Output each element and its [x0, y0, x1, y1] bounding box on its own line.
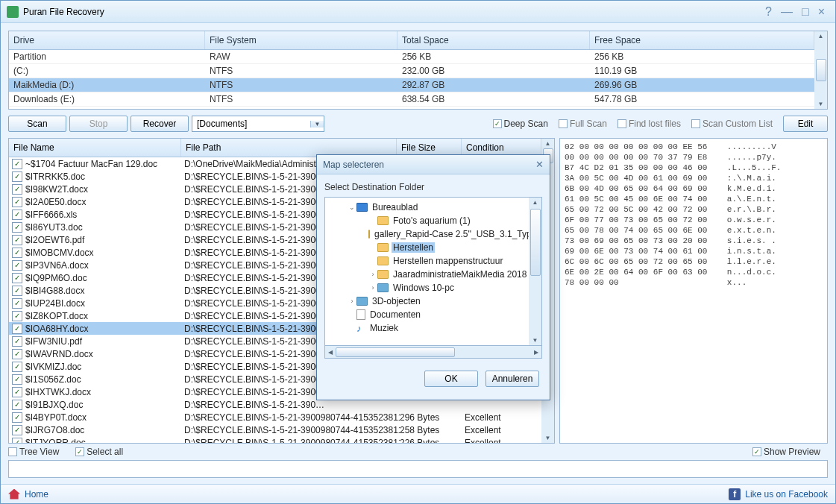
- dialog-close-icon[interactable]: ✕: [535, 159, 544, 170]
- tree-node[interactable]: ›Windows 10-pc: [325, 281, 529, 294]
- app-title: Puran File Recovery: [23, 7, 104, 17]
- tree-node[interactable]: ⌄Bureaublad: [325, 201, 529, 214]
- dialog-title: Map selecteren: [323, 160, 384, 170]
- help-icon[interactable]: ?: [761, 5, 776, 19]
- find-lost-checkbox[interactable]: Find lost files: [617, 119, 681, 129]
- tree-view-checkbox[interactable]: Tree View: [8, 447, 59, 457]
- file-checkbox[interactable]: ✓: [12, 171, 22, 182]
- col-filesystem[interactable]: File System: [205, 31, 397, 49]
- full-scan-checkbox[interactable]: Full Scan: [559, 119, 607, 129]
- scan-button[interactable]: Scan: [8, 116, 66, 132]
- folder-select-dialog: Map selecteren ✕ Select Destination Fold…: [316, 154, 550, 400]
- computer-icon: [377, 283, 389, 292]
- drive-scrollbar[interactable]: ▲▼: [814, 31, 827, 109]
- tree-label: gallery_Rapid-Case 2.5''_USB_3.1_Type: [373, 229, 529, 239]
- minimize-icon[interactable]: —: [776, 5, 797, 19]
- facebook-icon: f: [729, 488, 741, 500]
- tree-node[interactable]: Documenten: [325, 308, 529, 321]
- filter-value: [Documents]: [192, 119, 310, 129]
- file-checkbox[interactable]: ✓: [12, 235, 22, 245]
- file-checkbox[interactable]: ✓: [12, 260, 22, 271]
- stop-button[interactable]: Stop: [69, 116, 128, 132]
- drive-list: Drive File System Total Space Free Space…: [8, 31, 828, 110]
- file-checkbox[interactable]: ✓: [12, 159, 22, 169]
- file-checkbox[interactable]: ✓: [12, 362, 22, 372]
- col-file-name[interactable]: File Name: [9, 139, 181, 157]
- file-checkbox[interactable]: ✓: [12, 374, 22, 385]
- cancel-button[interactable]: Annuleren: [485, 371, 539, 387]
- app-icon: [7, 6, 19, 18]
- file-checkbox[interactable]: ✓: [12, 197, 22, 207]
- file-row[interactable]: ✓$IJRG7O8.docD:\$RECYCLE.BIN\S-1-5-21-39…: [9, 423, 541, 436]
- maximize-icon[interactable]: □: [797, 5, 814, 19]
- status-bar: [8, 460, 828, 478]
- file-checkbox[interactable]: ✓: [12, 273, 22, 283]
- file-checkbox[interactable]: ✓: [12, 184, 22, 195]
- close-icon[interactable]: ×: [814, 5, 829, 19]
- expand-icon[interactable]: ›: [348, 297, 356, 305]
- col-total-space[interactable]: Total Space: [397, 31, 590, 49]
- file-checkbox[interactable]: ✓: [12, 336, 22, 347]
- drive-row[interactable]: PartitionRAW256 KB256 KB: [9, 50, 814, 64]
- file-checkbox[interactable]: ✓: [12, 349, 22, 359]
- tree-node[interactable]: ›JaaradministratieMaikMedia 2018: [325, 268, 529, 281]
- tree-node[interactable]: Herstellen: [325, 241, 529, 254]
- facebook-link[interactable]: Like us on Facebook: [745, 489, 828, 500]
- file-row[interactable]: ✓$ITJYORR.docD:\$RECYCLE.BIN\S-1-5-21-39…: [9, 436, 541, 443]
- file-checkbox[interactable]: ✓: [12, 248, 22, 258]
- tree-node[interactable]: Foto's aquarium (1): [325, 214, 529, 227]
- folder-icon: [377, 270, 389, 279]
- file-checkbox[interactable]: ✓: [12, 412, 22, 423]
- filter-dropdown[interactable]: [Documents] ▼: [192, 116, 324, 132]
- tree-node[interactable]: Herstellen mappenstructuur: [325, 254, 529, 268]
- file-checkbox[interactable]: ✓: [12, 324, 22, 334]
- tree-label: Herstellen: [392, 242, 435, 253]
- tree-node[interactable]: ♪Muziek: [325, 321, 529, 335]
- tree-node[interactable]: ›3D-objecten: [325, 294, 529, 308]
- home-link[interactable]: Home: [25, 489, 48, 500]
- folder-tree: ⌄BureaubladFoto's aquarium (1)gallery_Ra…: [324, 197, 542, 346]
- expand-icon[interactable]: ›: [368, 284, 377, 292]
- file-checkbox[interactable]: ✓: [12, 298, 22, 309]
- drive-row[interactable]: Foto´s en Video´s (H:)NTFS931.48 GB590.4…: [9, 107, 814, 109]
- chevron-down-icon: ▼: [310, 121, 324, 127]
- drive-header: Drive File System Total Space Free Space: [9, 31, 814, 50]
- custom-list-checkbox[interactable]: Scan Custom List: [691, 119, 773, 129]
- file-checkbox[interactable]: ✓: [12, 387, 22, 397]
- drive-row[interactable]: MaikMedia (D:)NTFS292.87 GB269.96 GB: [9, 78, 814, 92]
- folder-icon: [377, 256, 389, 265]
- home-icon: [8, 489, 20, 500]
- drive-row[interactable]: (C:)NTFS232.00 GB110.19 GB: [9, 64, 814, 78]
- ok-button[interactable]: OK: [424, 371, 478, 387]
- file-checkbox[interactable]: ✓: [12, 438, 22, 444]
- tree-label: JaaradministratieMaikMedia 2018: [392, 269, 528, 280]
- file-checkbox[interactable]: ✓: [12, 425, 22, 435]
- dialog-titlebar: Map selecteren ✕: [317, 155, 550, 174]
- desktop-icon: [356, 203, 368, 212]
- drive-row[interactable]: Downloads (E:)NTFS638.54 GB547.78 GB: [9, 92, 814, 107]
- footer: Home f Like us on Facebook: [1, 484, 835, 503]
- file-checkbox[interactable]: ✓: [12, 222, 22, 233]
- tree-hscrollbar[interactable]: ◀▶: [324, 346, 542, 359]
- expand-icon[interactable]: ⌄: [348, 204, 356, 211]
- file-checkbox[interactable]: ✓: [12, 400, 22, 410]
- file-row[interactable]: ✓$I4BYP0T.docxD:\$RECYCLE.BIN\S-1-5-21-3…: [9, 411, 541, 423]
- col-free-space[interactable]: Free Space: [590, 31, 814, 49]
- tree-label: Bureaublad: [371, 202, 419, 212]
- tree-vscrollbar[interactable]: ▲▼: [529, 198, 541, 345]
- tree-label: Documenten: [368, 309, 422, 320]
- file-checkbox[interactable]: ✓: [12, 210, 22, 220]
- edit-button[interactable]: Edit: [783, 116, 828, 132]
- recover-button[interactable]: Recover: [131, 116, 189, 132]
- select-all-checkbox[interactable]: ✓Select all: [75, 447, 123, 457]
- file-checkbox[interactable]: ✓: [12, 311, 22, 321]
- expand-icon[interactable]: ›: [368, 271, 377, 278]
- tree-label: Herstellen mappenstructuur: [392, 256, 504, 266]
- show-preview-checkbox[interactable]: ✓Show Preview: [752, 447, 820, 457]
- tree-node[interactable]: gallery_Rapid-Case 2.5''_USB_3.1_Type: [325, 227, 529, 241]
- folder-icon: [377, 243, 389, 252]
- col-drive[interactable]: Drive: [9, 31, 205, 49]
- file-checkbox[interactable]: ✓: [12, 286, 22, 296]
- deep-scan-checkbox[interactable]: ✓Deep Scan: [493, 119, 548, 129]
- folder-icon: [368, 230, 370, 239]
